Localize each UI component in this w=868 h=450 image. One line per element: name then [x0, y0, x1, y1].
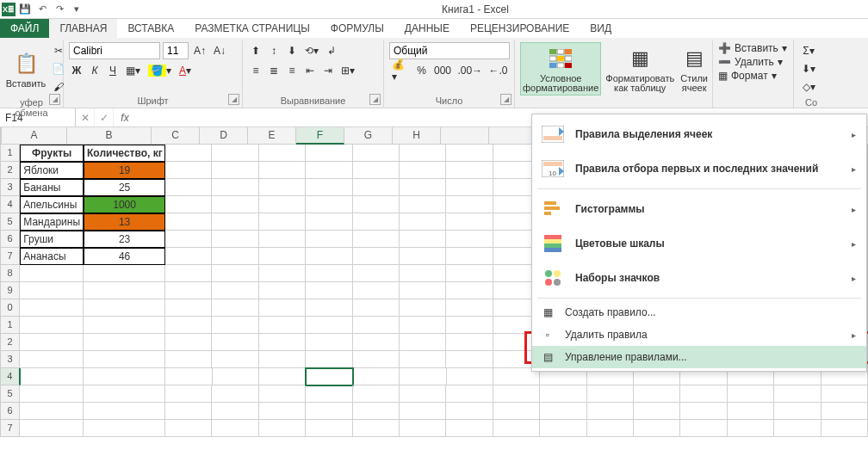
tab-insert[interactable]: ВСТАВКА — [117, 19, 184, 38]
cell[interactable] — [20, 317, 84, 334]
cell[interactable] — [446, 196, 493, 213]
cell[interactable] — [165, 317, 212, 334]
cell[interactable] — [165, 385, 212, 403]
cell[interactable]: 46 — [84, 248, 165, 265]
cell[interactable] — [84, 403, 165, 420]
align-right-icon[interactable]: ≡ — [284, 62, 300, 79]
col-header-D[interactable]: D — [200, 127, 248, 145]
cell[interactable] — [680, 420, 727, 437]
col-header-E[interactable]: E — [248, 127, 296, 145]
italic-button[interactable]: К — [87, 62, 102, 79]
cell[interactable] — [165, 179, 212, 196]
cell[interactable] — [634, 420, 680, 437]
cell[interactable]: Мандарины — [20, 213, 84, 231]
cell[interactable] — [20, 282, 84, 299]
cell-styles-button[interactable]: ▤ Стили ячеек — [679, 42, 710, 96]
row-header[interactable]: 1 — [0, 145, 20, 162]
cell[interactable] — [306, 162, 352, 179]
cell[interactable] — [400, 213, 446, 231]
cell[interactable] — [400, 282, 446, 299]
cf-manage-rules[interactable]: ▤ Управление правилами... — [532, 346, 866, 368]
cell[interactable] — [446, 213, 493, 231]
cell[interactable] — [493, 420, 540, 437]
row-header[interactable]: 4 — [0, 368, 21, 385]
cell[interactable] — [306, 231, 352, 248]
cell[interactable] — [306, 179, 352, 196]
cell[interactable] — [353, 317, 400, 334]
cell[interactable] — [20, 334, 84, 351]
cell[interactable] — [212, 334, 258, 351]
borders-button[interactable]: ▦▾ — [123, 62, 143, 79]
row-header[interactable]: 8 — [0, 265, 20, 282]
cell[interactable] — [446, 179, 493, 196]
cell[interactable] — [84, 420, 165, 437]
cell[interactable] — [259, 420, 306, 437]
clear-icon[interactable]: ◇▾ — [799, 78, 818, 96]
cell[interactable] — [728, 403, 774, 420]
wrap-text-button[interactable]: ↲ — [324, 42, 339, 59]
cf-highlight-rules[interactable]: Правила выделения ячеек ▸ — [532, 117, 866, 151]
cell[interactable] — [212, 351, 258, 368]
cell[interactable] — [84, 265, 165, 282]
align-bottom-icon[interactable]: ⬇ — [284, 42, 300, 59]
cell[interactable] — [20, 299, 84, 317]
cell[interactable] — [165, 334, 212, 351]
cell[interactable] — [259, 231, 306, 248]
cell[interactable] — [353, 420, 400, 437]
cell[interactable] — [212, 213, 258, 231]
row-header[interactable]: 3 — [0, 351, 20, 368]
cell[interactable] — [446, 248, 493, 265]
cell[interactable] — [212, 385, 258, 403]
cell[interactable] — [446, 403, 493, 420]
cell[interactable] — [213, 368, 259, 385]
cell[interactable] — [165, 145, 212, 162]
cell[interactable] — [493, 403, 540, 420]
row-header[interactable]: 0 — [0, 299, 20, 317]
cell[interactable] — [212, 179, 258, 196]
cell[interactable] — [165, 299, 212, 317]
cell[interactable] — [446, 334, 493, 351]
cell[interactable] — [446, 420, 493, 437]
cell[interactable] — [259, 145, 306, 162]
number-dialog-launcher[interactable]: ◢ — [500, 94, 512, 105]
increase-indent-icon[interactable]: ⇥ — [320, 62, 336, 79]
cell[interactable] — [306, 213, 352, 231]
cell[interactable] — [212, 403, 258, 420]
cell[interactable] — [728, 420, 774, 437]
cell[interactable] — [822, 403, 868, 420]
row-header[interactable]: 3 — [0, 179, 20, 196]
comma-button[interactable]: 000 — [432, 62, 454, 79]
cell[interactable] — [540, 420, 586, 437]
cell[interactable] — [306, 317, 352, 334]
decrease-decimal-icon[interactable]: ←.0 — [487, 62, 510, 79]
cell[interactable] — [400, 351, 446, 368]
cell[interactable]: Количество, кг — [84, 145, 165, 162]
cell[interactable] — [540, 385, 586, 403]
cell[interactable] — [212, 248, 258, 265]
cell[interactable] — [822, 385, 868, 403]
cell[interactable]: 25 — [84, 179, 165, 196]
cell[interactable] — [446, 231, 493, 248]
cell[interactable] — [306, 196, 352, 213]
clipboard-dialog-launcher[interactable]: ◢ — [49, 94, 60, 105]
cell[interactable] — [84, 368, 165, 385]
col-header[interactable] — [489, 127, 537, 145]
cell[interactable] — [259, 265, 306, 282]
cell[interactable] — [774, 385, 821, 403]
cell[interactable] — [165, 351, 212, 368]
cell[interactable]: 1000 — [84, 196, 165, 213]
cell[interactable] — [20, 420, 84, 437]
fx-icon[interactable]: fx — [114, 112, 136, 124]
cell[interactable] — [634, 403, 680, 420]
cell[interactable] — [680, 385, 727, 403]
col-header-H[interactable]: H — [393, 127, 441, 145]
row-header[interactable]: 7 — [0, 248, 20, 265]
cell[interactable] — [353, 385, 400, 403]
font-dialog-launcher[interactable]: ◢ — [228, 94, 239, 105]
cell[interactable] — [634, 385, 680, 403]
row-header[interactable]: 2 — [0, 334, 20, 351]
bold-button[interactable]: Ж — [69, 62, 84, 79]
row-header[interactable]: 6 — [0, 231, 20, 248]
font-color-button[interactable]: A▾ — [177, 62, 194, 79]
row-header[interactable]: 6 — [0, 403, 20, 420]
